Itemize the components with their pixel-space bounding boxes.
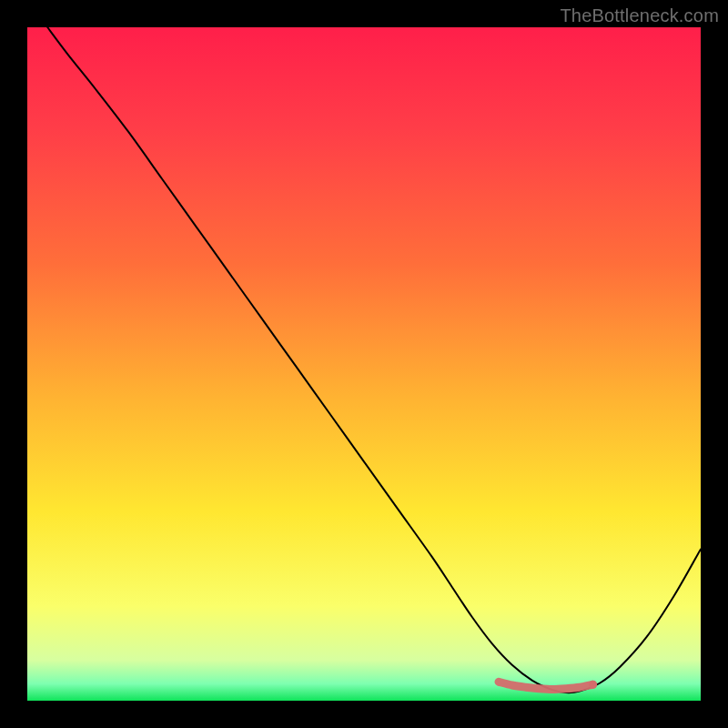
attribution-label: TheBottleneck.com [560,5,719,26]
minimum-endpoint [589,681,597,689]
plot-area [27,27,701,701]
bottleneck-curve [47,27,701,693]
minimum-band [499,682,593,689]
chart-frame: TheBottleneck.com [0,0,728,728]
chart-overlay [27,27,701,701]
